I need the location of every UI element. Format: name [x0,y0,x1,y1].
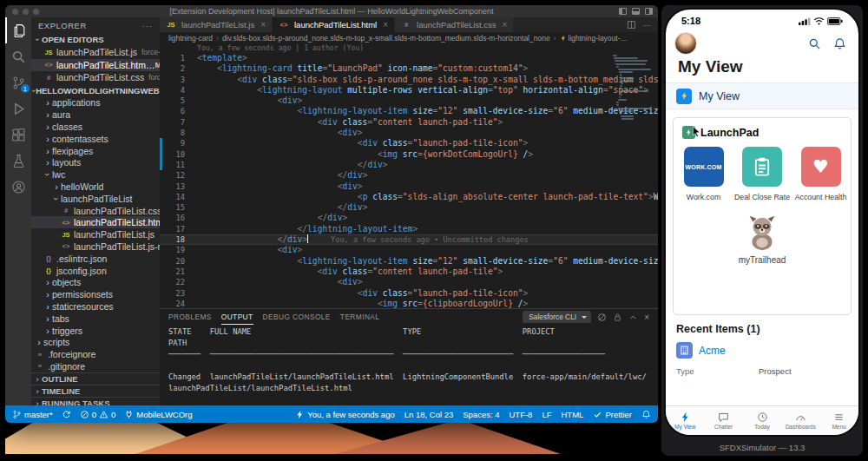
code-line-11[interactable]: 11 </div> [160,160,658,170]
tree-item-triggers[interactable]: ›triggers [31,325,160,337]
launchpad-tile-deal-close-rate[interactable]: Deal Close Rate [733,147,791,201]
close-tab-icon[interactable]: × [260,20,266,30]
notifications-icon[interactable] [833,37,846,50]
code-line-8[interactable]: 8 <div> [160,128,658,138]
clear-output-icon[interactable] [597,313,607,322]
code-line-7[interactable]: 7 <div class="content launch-pad-tile"> [160,117,658,128]
breadcrumb-segment[interactable]: lightning-card [168,34,213,43]
split-editor-icon[interactable] [627,20,636,30]
code-line-13[interactable]: 13 <div> [160,181,658,192]
open-editors-header[interactable]: › OPEN EDITORS [31,33,160,46]
minimap[interactable] [613,55,653,122]
tree-item-launchPadTileList.js-meta.x-[interactable]: <>launchPadTileList.js-meta.x… [31,240,160,253]
project-root-header[interactable]: › HELLOWORLDLIGHTNINGWEBCOMP… [31,84,160,97]
output-log[interactable]: STATE FULL NAME TYPE PROJECT PATH ──────… [160,325,658,405]
code-line-21[interactable]: 21 <div class="content launch-pad-tile"> [160,267,658,277]
tree-item-.eslintrc.json[interactable]: {}.eslintrc.json [31,253,160,265]
code-line-4[interactable]: 4 <lightning-layout multiple-rows vertic… [160,85,658,95]
tree-item-aura[interactable]: ›aura [31,109,160,121]
tree-item-lwc[interactable]: ›lwc [31,168,160,181]
close-panel-icon[interactable]: × [644,313,649,322]
panel-tab-debug-console[interactable]: DEBUG CONSOLE [263,309,331,325]
activity-source-control-icon[interactable]: 1 [5,69,31,95]
record-link[interactable]: Acme [699,345,726,357]
tabbar-my-view[interactable]: My View [666,406,704,435]
tree-item-objects[interactable]: ›objects [31,276,160,288]
tree-item-.gitignore[interactable]: ≡.gitignore [31,360,160,372]
eol-indicator[interactable]: LF [542,410,551,419]
language-indicator[interactable]: HTML [562,410,584,419]
code-line-3[interactable]: 3 <div class="slds-box slds-p-around_non… [160,75,658,85]
open-editor-launchPadTileList.css[interactable]: #launchPadTileList.cssforce-… [31,71,160,84]
code-editor[interactable]: You, a few seconds ago | 1 author (You) … [160,43,658,308]
code-line-23[interactable]: 23 <div class="launch-pad-tile-icon"> [160,288,658,299]
tree-item-staticresources[interactable]: ›staticresources [31,300,160,313]
panel-tab-terminal[interactable]: TERMINAL [340,309,380,325]
window-controls[interactable] [12,9,39,15]
tab-launchPadTileList.js[interactable]: JSlaunchPadTileList.js× [160,17,273,32]
code-line-16[interactable]: 16 </div> [160,213,658,223]
tree-item-jsconfig.json[interactable]: {}jsconfig.json [31,265,160,277]
launchpad-tile-account-health[interactable]: ♥Account Health [792,147,850,201]
tabbar-dashboards[interactable]: Dashboards [781,406,819,435]
open-editor-launchPadTileList.htm-[interactable]: <>launchPadTileList.htm…M [31,59,160,72]
code-line-24[interactable]: 24 <img src={clipboardLogoUrl} /> [160,299,658,308]
activity-extensions-icon[interactable] [5,122,31,148]
minimize-window-button[interactable] [23,9,29,15]
tree-item-classes[interactable]: ›classes [31,121,160,133]
code-line-12[interactable]: 12 </div> [160,170,658,181]
gitlens-blame[interactable]: You, a few seconds ago [295,410,395,419]
tree-item-helloWorld[interactable]: ›helloWorld [31,181,160,193]
tree-item-applications[interactable]: ›applications [31,97,160,109]
tree-item-layouts[interactable]: ›layouts [31,156,160,168]
activity-account-icon[interactable] [5,174,31,200]
toggle-sidebar-icon[interactable] [619,8,627,15]
maximize-panel-icon[interactable] [628,313,638,322]
sidebar-section-timeline[interactable]: ›TIMELINE [31,385,160,397]
notifications-bell[interactable] [641,410,651,419]
formatter-indicator[interactable]: Prettier [593,410,632,419]
open-editor-launchPadTileList.js[interactable]: JSlaunchPadTileList.jsforce-… [31,46,160,59]
mytrailhead-tile[interactable]: myTrailhead [674,213,851,265]
editor-more-actions-icon[interactable]: ··· [643,21,651,30]
breadcrumb-segment[interactable]: lightning-layout-… [560,34,628,43]
breadcrumb-segment[interactable]: div.slds-box.slds-p-around_none.slds-m-t… [222,34,550,43]
panel-tab-output[interactable]: OUTPUT [221,309,253,325]
zoom-window-button[interactable] [33,9,39,15]
code-line-22[interactable]: 22 <div> [160,277,658,287]
code-line-15[interactable]: 15 </div> [160,202,658,213]
encoding-indicator[interactable]: UTF-8 [509,410,532,419]
search-icon[interactable] [808,37,821,50]
code-line-1[interactable]: 1<template> [160,53,658,63]
code-line-10[interactable]: 10 <img src={workDotComLogoUrl} /> [160,149,658,160]
code-line-20[interactable]: 20 <lightning-layout-item size="12" smal… [160,256,658,267]
launchpad-tile-work-com[interactable]: WORK.COMWork.com [675,147,733,201]
close-window-button[interactable] [12,9,18,15]
sync-button[interactable] [62,410,71,419]
lock-scroll-icon[interactable] [613,313,622,322]
tree-item-permissionsets[interactable]: ›permissionsets [31,288,160,300]
activity-search-icon[interactable] [5,43,31,69]
tab-launchPadTileList.html[interactable]: <>launchPadTileList.html× [273,17,395,32]
sidebar-section-running-tasks[interactable]: ›RUNNING TASKS [31,397,160,405]
code-line-5[interactable]: 5 <div> [160,95,658,106]
toggle-panel-icon[interactable] [632,8,640,15]
tree-item-.forceignore[interactable]: ≡.forceignore [31,348,160,360]
tree-item-scripts[interactable]: ›scripts [31,336,160,348]
tabbar-chatter[interactable]: Chatter [704,406,742,435]
code-line-18[interactable]: 18 </div>You, a few seconds ago • Uncomm… [160,234,658,245]
avatar[interactable] [674,32,697,55]
close-tab-icon[interactable]: × [503,20,508,30]
breadcrumb[interactable]: lightning-card›div.slds-box.slds-p-aroun… [160,32,658,43]
sidebar-section-outline[interactable]: ›OUTLINE [31,372,160,385]
myview-nav-row[interactable]: My View [666,83,858,109]
tree-item-tabs[interactable]: ›tabs [31,313,160,325]
toggle-secondary-sidebar-icon[interactable] [645,8,653,15]
recent-item[interactable]: Acme Type Prospect [676,342,848,376]
code-line-6[interactable]: 6 <lightning-layout-item size="12" small… [160,106,658,116]
output-channel-select[interactable]: Salesforce CLI [523,311,591,323]
more-actions-icon[interactable]: ··· [142,21,154,30]
activity-test-icon[interactable] [5,148,31,174]
tab-launchPadTileList.css[interactable]: #launchPadTileList.css× [395,17,514,32]
close-tab-icon[interactable]: × [383,20,388,30]
